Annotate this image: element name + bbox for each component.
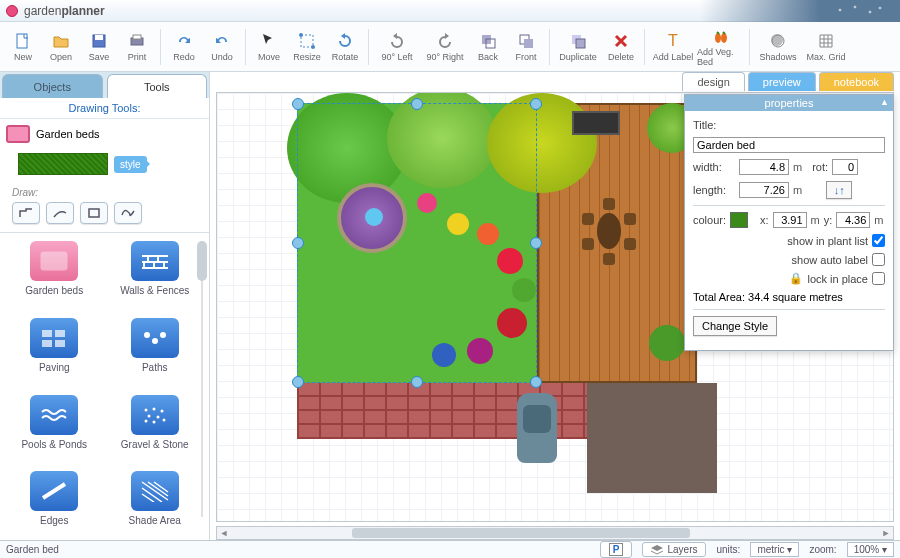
tool-garden-beds[interactable]: Garden beds (8, 241, 101, 302)
draw-rect-path-button[interactable] (12, 202, 40, 224)
send-back-button[interactable]: Back (469, 24, 507, 70)
new-button[interactable]: New (4, 24, 42, 70)
tool-walls-fences[interactable]: Walls & Fences (109, 241, 202, 302)
collapse-icon[interactable]: ▲ (880, 97, 889, 107)
tool-shade-area[interactable]: Shade Area (109, 471, 202, 532)
resize-handle[interactable] (292, 98, 304, 110)
svg-point-35 (152, 420, 155, 423)
rotate-button[interactable]: Rotate (326, 24, 364, 70)
plan-chair[interactable] (582, 213, 594, 225)
app-title: gardenplanner (24, 4, 105, 18)
tool-pools-ponds[interactable]: Pools & Ponds (8, 395, 101, 456)
duplicate-button[interactable]: Duplicate (554, 24, 602, 70)
title-label: Title: (693, 119, 716, 131)
vegetables-icon (712, 27, 730, 45)
undo-icon (213, 32, 231, 50)
svg-rect-24 (55, 340, 65, 347)
x-label: x: (760, 214, 769, 226)
current-category[interactable]: Garden beds (0, 119, 209, 149)
length-input[interactable] (739, 182, 789, 198)
save-icon (90, 32, 108, 50)
add-label-button[interactable]: TAdd Label (649, 24, 697, 70)
properties-header[interactable]: properties▲ (685, 95, 893, 111)
tool-gravel-stone[interactable]: Gravel & Stone (109, 395, 202, 456)
swap-dims-button[interactable]: ↓↑ (826, 181, 852, 199)
resize-handle[interactable] (530, 376, 542, 388)
rot-label: rot: (812, 161, 828, 173)
change-style-button[interactable]: Change Style (693, 316, 777, 336)
redo-button[interactable]: Redo (165, 24, 203, 70)
main-toolbar: New Open Save Print Redo Undo Move Resiz… (0, 22, 900, 72)
app-logo-icon (6, 5, 18, 17)
tool-paving[interactable]: Paving (8, 318, 101, 379)
scroll-left-icon[interactable]: ◄ (217, 527, 231, 539)
edges-icon (30, 471, 78, 511)
units-select[interactable]: metric ▾ (750, 542, 799, 557)
print-button[interactable]: Print (118, 24, 156, 70)
style-button[interactable]: style (114, 156, 147, 173)
plan-chair[interactable] (603, 198, 615, 210)
text-icon: T (664, 32, 682, 50)
delete-button[interactable]: Delete (602, 24, 640, 70)
draw-curve-button[interactable] (46, 202, 74, 224)
tool-paths[interactable]: Paths (109, 318, 202, 379)
scroll-right-icon[interactable]: ► (879, 527, 893, 539)
view-tab-notebook[interactable]: notebook (819, 72, 894, 91)
open-button[interactable]: Open (42, 24, 80, 70)
bring-front-button[interactable]: Front (507, 24, 545, 70)
resize-handle[interactable] (411, 376, 423, 388)
x-input[interactable] (773, 212, 807, 228)
plan-shrub[interactable] (649, 325, 685, 361)
sidebar-scrollbar[interactable] (197, 241, 207, 517)
max-grid-button[interactable]: Max. Grid (802, 24, 850, 70)
plan-bbq[interactable] (572, 111, 620, 135)
resize-button[interactable]: Resize (288, 24, 326, 70)
tab-objects[interactable]: Objects (2, 74, 103, 98)
save-button[interactable]: Save (80, 24, 118, 70)
rotate-left-icon (388, 32, 406, 50)
bring-front-icon (517, 32, 535, 50)
page-indicator-button[interactable]: P (600, 541, 633, 558)
tool-edges[interactable]: Edges (8, 471, 101, 532)
plan-car[interactable] (517, 393, 557, 463)
view-tab-preview[interactable]: preview (748, 72, 816, 91)
resize-handle[interactable] (411, 98, 423, 110)
resize-handle[interactable] (292, 237, 304, 249)
layers-button[interactable]: Layers (642, 542, 706, 557)
colour-swatch[interactable] (730, 212, 748, 228)
svg-rect-20 (41, 252, 67, 270)
resize-handle[interactable] (530, 237, 542, 249)
width-input[interactable] (739, 159, 789, 175)
texture-sample[interactable] (18, 153, 108, 175)
scrollbar-thumb[interactable] (352, 528, 690, 538)
rotate-right-button[interactable]: 90° Right (421, 24, 469, 70)
rotate-icon (336, 32, 354, 50)
show-plant-checkbox[interactable] (872, 234, 885, 247)
svg-point-29 (152, 407, 155, 410)
plan-chair[interactable] (624, 238, 636, 250)
plan-chair[interactable] (624, 213, 636, 225)
rotate-left-button[interactable]: 90° Left (373, 24, 421, 70)
resize-handle[interactable] (530, 98, 542, 110)
lock-checkbox[interactable] (872, 272, 885, 285)
add-veg-bed-button[interactable]: Add Veg. Bed (697, 24, 745, 70)
title-input[interactable] (693, 137, 885, 153)
resize-handle[interactable] (292, 376, 304, 388)
undo-button[interactable]: Undo (203, 24, 241, 70)
draw-freehand-button[interactable] (114, 202, 142, 224)
tab-tools[interactable]: Tools (107, 74, 208, 98)
show-auto-checkbox[interactable] (872, 253, 885, 266)
plan-roof[interactable] (587, 383, 717, 493)
plan-chair[interactable] (582, 238, 594, 250)
y-input[interactable] (836, 212, 870, 228)
plan-table[interactable] (597, 213, 621, 249)
shadows-button[interactable]: Shadows (754, 24, 802, 70)
canvas-h-scrollbar[interactable]: ◄ ► (216, 526, 894, 540)
view-tab-design[interactable]: design (682, 72, 744, 91)
move-button[interactable]: Move (250, 24, 288, 70)
sidebar: Objects Tools Drawing Tools: Garden beds… (0, 72, 210, 540)
rot-input[interactable] (832, 159, 858, 175)
draw-rect-button[interactable] (80, 202, 108, 224)
plan-chair[interactable] (603, 253, 615, 265)
zoom-select[interactable]: 100% ▾ (847, 542, 894, 557)
